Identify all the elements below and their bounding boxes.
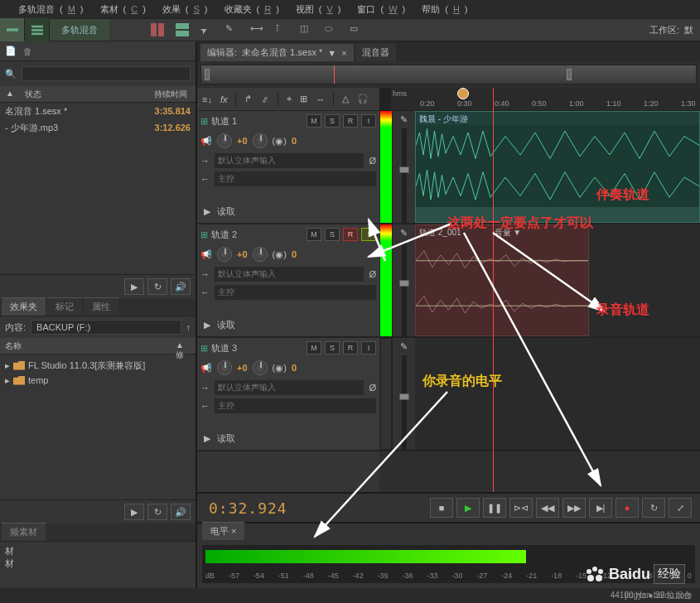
goto-end-button[interactable]: ▶| bbox=[589, 498, 612, 518]
arm-record-button[interactable]: R bbox=[343, 228, 358, 241]
pause-button[interactable]: ❚❚ bbox=[483, 498, 506, 518]
monitor-icon[interactable]: 🎧 bbox=[357, 94, 369, 104]
folder-item[interactable]: ▸ temp bbox=[5, 373, 191, 388]
stop-button[interactable]: ■ bbox=[430, 498, 453, 518]
menu-effects[interactable]: 效果(S) bbox=[152, 2, 213, 17]
editor-tab-session[interactable]: 编辑器: 未命名混音 1.sesx * ▼ × bbox=[200, 44, 354, 61]
time-tool-icon[interactable]: ⟷ bbox=[250, 23, 263, 36]
expand-icon[interactable]: ▶ bbox=[204, 206, 210, 217]
expand-icon[interactable]: ▶ bbox=[204, 320, 210, 330]
track-fader[interactable] bbox=[402, 242, 407, 336]
editor-tab-mixer[interactable]: 混音器 bbox=[355, 44, 396, 61]
fastforward-button[interactable]: ▶▶ bbox=[562, 498, 586, 518]
clip-lane-3[interactable] bbox=[415, 338, 700, 450]
monitor-input-button[interactable]: I bbox=[361, 228, 376, 241]
solo-button[interactable]: S bbox=[325, 228, 340, 241]
recording-clip[interactable]: 轨道 2_001音量 ▼ bbox=[415, 224, 589, 336]
volume-knob[interactable] bbox=[217, 133, 232, 148]
track-header-3[interactable]: ⊞ 轨道 3 M S R I 📢+0 (◉)0 →默认立体声输入Ø ←主控 ▶读… bbox=[197, 338, 379, 451]
tab-freq[interactable]: 频素材 bbox=[2, 523, 46, 541]
loop-preview-button[interactable]: ↻ bbox=[147, 278, 167, 295]
snap-icon[interactable]: ⌖ bbox=[287, 94, 292, 104]
track-color-icon[interactable]: ⊞ bbox=[200, 343, 208, 354]
track-color-icon[interactable]: ⊞ bbox=[200, 229, 208, 240]
pan-knob[interactable] bbox=[253, 247, 268, 262]
menu-view[interactable]: 视图(V) bbox=[286, 2, 346, 17]
loop-browse-button[interactable]: ↻ bbox=[147, 504, 167, 520]
tab-markers[interactable]: 标记 bbox=[47, 297, 82, 316]
menu-window[interactable]: 窗口(W) bbox=[347, 2, 410, 17]
play-button[interactable]: ▶ bbox=[456, 498, 480, 518]
file-search-input[interactable] bbox=[22, 66, 191, 81]
tab-levels[interactable]: 电平 × bbox=[202, 522, 244, 540]
solo-button[interactable]: S bbox=[325, 114, 340, 128]
clip-lane-1[interactable]: 魏晨 - 少年游 bbox=[415, 111, 700, 223]
timeline-ruler[interactable]: hms 0:20 0:30 0:40 0:50 1:00 1:10 1:20 1… bbox=[391, 88, 700, 110]
play-browse-button[interactable]: ▶ bbox=[124, 504, 144, 520]
lasso-tool-icon[interactable]: ⬭ bbox=[325, 23, 338, 36]
input-routing-icon[interactable]: ≡↓ bbox=[202, 94, 212, 104]
playhead[interactable] bbox=[493, 88, 494, 492]
mute-button[interactable]: M bbox=[307, 114, 321, 128]
close-tab-icon[interactable]: × bbox=[341, 48, 346, 58]
tab-effects-rack[interactable]: 效果夹 bbox=[2, 297, 46, 316]
view-stack-icon[interactable] bbox=[176, 23, 189, 36]
tab-dropdown-icon[interactable]: ▼ bbox=[327, 48, 336, 58]
tab-properties[interactable]: 属性 bbox=[84, 297, 118, 316]
arm-record-button[interactable]: R bbox=[343, 341, 358, 355]
solo-button[interactable]: S bbox=[325, 341, 340, 355]
mute-button[interactable]: M bbox=[307, 341, 321, 355]
track-fader[interactable] bbox=[402, 355, 407, 450]
rewind-button[interactable]: ◀◀ bbox=[536, 498, 559, 518]
skip-button[interactable]: ⤢ bbox=[669, 498, 692, 518]
volume-knob[interactable] bbox=[217, 247, 232, 262]
waveform-mode-button[interactable] bbox=[0, 18, 25, 41]
send-icon[interactable]: ↱ bbox=[244, 94, 252, 104]
timeline-marker[interactable] bbox=[457, 88, 469, 99]
expand-icon[interactable]: ▶ bbox=[204, 433, 210, 444]
metronome-icon[interactable]: △ bbox=[342, 94, 349, 104]
eq-icon[interactable]: ⫽ bbox=[260, 94, 269, 104]
menu-help[interactable]: 帮助(H) bbox=[412, 2, 472, 17]
clip-lane-2[interactable]: 轨道 2_001音量 ▼ bbox=[415, 224, 700, 336]
view-split-icon[interactable] bbox=[151, 23, 164, 36]
volume-knob[interactable] bbox=[217, 360, 232, 375]
slip-tool-icon[interactable]: ◫ bbox=[300, 23, 313, 36]
autoplay-browse-button[interactable]: 🔊 bbox=[171, 504, 191, 520]
menu-multitrack[interactable]: 多轨混音(M) bbox=[8, 2, 89, 17]
content-dropdown[interactable]: BACKUP (F:) bbox=[31, 320, 181, 335]
monitor-input-button[interactable]: I bbox=[361, 114, 376, 128]
menu-favorites[interactable]: 收藏夹(R) bbox=[215, 2, 284, 17]
mute-button[interactable]: M bbox=[307, 228, 321, 241]
play-preview-button[interactable]: ▶ bbox=[124, 278, 144, 295]
file-row[interactable]: 名混音 1.sesx * 3:35.814 bbox=[0, 103, 196, 119]
multitrack-mode-button[interactable] bbox=[25, 18, 50, 41]
cut-tool-icon[interactable]: ⊺ bbox=[275, 23, 288, 36]
monitor-input-button[interactable]: I bbox=[361, 341, 376, 355]
group-icon[interactable]: ⊞ bbox=[300, 94, 307, 104]
arm-record-button[interactable]: R bbox=[343, 114, 358, 128]
up-folder-icon[interactable]: ↑ bbox=[186, 322, 191, 332]
brush-tool-icon[interactable]: ✎ bbox=[225, 23, 239, 36]
autoplay-button[interactable]: 🔊 bbox=[171, 278, 191, 295]
file-row[interactable]: - 少年游.mp3 3:12.626 bbox=[0, 119, 196, 136]
ripple-icon[interactable]: ↔ bbox=[316, 94, 325, 104]
menu-clip[interactable]: 素材(C) bbox=[90, 2, 151, 17]
loop-button[interactable]: ↻ bbox=[642, 498, 665, 518]
track-fader[interactable] bbox=[402, 128, 407, 223]
track-header-1[interactable]: ⊞ 轨道 1 M S R I 📢+0 (◉)0 →默认立体声输入Ø ←主控 ▶读… bbox=[197, 111, 379, 224]
fx-icon[interactable]: fx bbox=[220, 94, 228, 104]
workspace-value[interactable]: 默 bbox=[684, 24, 693, 36]
import-icon[interactable]: 📄 bbox=[5, 46, 17, 56]
move-tool-icon[interactable]: ➤ bbox=[198, 21, 216, 39]
folder-item[interactable]: ▸ FL Studio 11.0.3[亲测兼容版] bbox=[5, 358, 191, 373]
delete-icon[interactable]: 🗑 bbox=[23, 46, 32, 56]
track-header-2[interactable]: ⊞ 轨道 2 M S R I 📢+0 (◉)0 →默认立体声输入Ø ←主控 ▶读… bbox=[197, 224, 379, 338]
pan-knob[interactable] bbox=[253, 360, 268, 375]
track-color-icon[interactable]: ⊞ bbox=[200, 116, 208, 127]
record-button[interactable]: ● bbox=[616, 498, 639, 518]
navigator[interactable] bbox=[200, 65, 697, 84]
pan-knob[interactable] bbox=[253, 133, 268, 148]
skip-selection-button[interactable]: ⊳⊲ bbox=[509, 498, 533, 518]
audio-clip[interactable]: 魏晨 - 少年游 bbox=[415, 111, 700, 223]
